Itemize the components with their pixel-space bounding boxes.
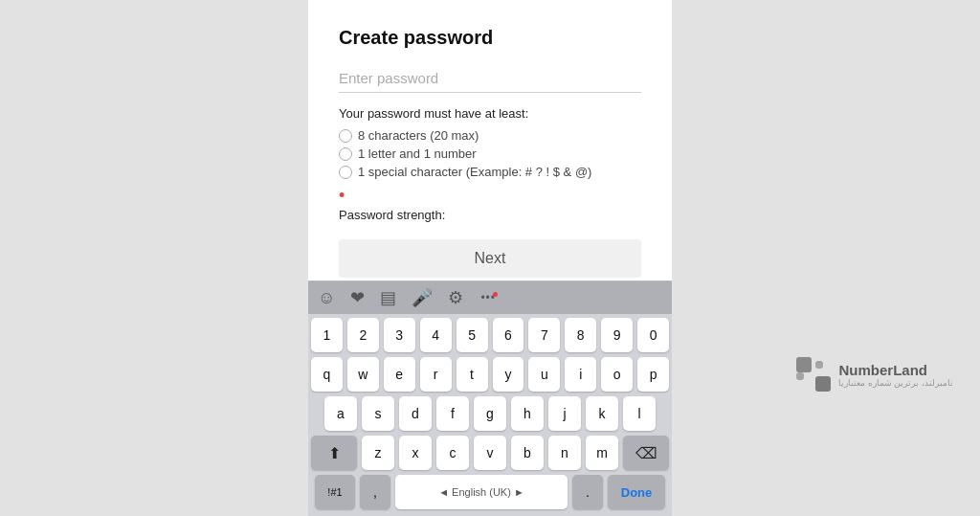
keyboard-rows: 1 2 3 4 5 6 7 8 9 0 q w e r t xyxy=(308,314,672,516)
key-b[interactable]: b xyxy=(511,436,544,470)
requirement-length: 8 characters (20 max) xyxy=(339,128,641,143)
key-3[interactable]: 3 xyxy=(384,318,415,352)
key-v[interactable]: v xyxy=(474,436,506,470)
key-h[interactable]: h xyxy=(511,396,544,431)
period-key[interactable]: . xyxy=(572,475,603,509)
asdf-row: a s d f g h j k l xyxy=(311,396,669,431)
comma-key[interactable]: , xyxy=(360,475,390,509)
sticker-icon[interactable]: ❤ xyxy=(350,287,365,308)
key-f[interactable]: f xyxy=(436,396,469,431)
key-e[interactable]: e xyxy=(384,357,415,392)
requirement-letter-number: 1 letter and 1 number xyxy=(339,146,641,161)
key-n[interactable]: n xyxy=(548,436,581,470)
req-radio-length xyxy=(339,129,352,143)
key-7[interactable]: 7 xyxy=(528,318,560,352)
emoji-icon[interactable]: ☺ xyxy=(318,288,335,308)
symbols-key[interactable]: !#1 xyxy=(315,475,355,509)
req-text-length: 8 characters (20 max) xyxy=(358,128,479,143)
shift-key[interactable]: ⬆ xyxy=(311,436,357,470)
key-p[interactable]: p xyxy=(637,357,669,392)
password-input[interactable] xyxy=(339,66,641,93)
req-text-special: 1 special character (Example: # ? ! $ & … xyxy=(358,165,591,179)
key-9[interactable]: 9 xyxy=(601,318,633,352)
zxcv-row: ⬆ z x c v b n m ⌫ xyxy=(311,436,669,470)
key-z[interactable]: z xyxy=(362,436,394,470)
key-2[interactable]: 2 xyxy=(347,318,379,352)
watermark-logo xyxy=(796,357,831,392)
key-o[interactable]: o xyxy=(601,357,633,392)
key-y[interactable]: y xyxy=(493,357,524,392)
settings-icon[interactable]: ⚙ xyxy=(448,287,463,308)
space-key[interactable]: ◄ English (UK) ► xyxy=(395,475,568,509)
number-row: 1 2 3 4 5 6 7 8 9 0 xyxy=(311,318,669,352)
key-x[interactable]: x xyxy=(399,436,432,470)
key-w[interactable]: w xyxy=(347,357,379,392)
key-i[interactable]: i xyxy=(565,357,596,392)
strength-label: Password strength: xyxy=(339,208,641,222)
key-1[interactable]: 1 xyxy=(311,318,343,352)
more-icon[interactable]: ••• xyxy=(480,291,496,304)
key-d[interactable]: d xyxy=(399,396,432,431)
next-button[interactable]: Next xyxy=(339,239,641,278)
key-m[interactable]: m xyxy=(586,436,618,470)
key-4[interactable]: 4 xyxy=(420,318,452,352)
key-a[interactable]: a xyxy=(324,396,357,431)
key-5[interactable]: 5 xyxy=(457,318,488,352)
watermark-subtitle: نامبرلند، برترین شماره‌ معتباریا xyxy=(838,378,953,388)
key-r[interactable]: r xyxy=(420,357,452,392)
key-8[interactable]: 8 xyxy=(565,318,596,352)
watermark-title: NumberLand xyxy=(838,362,927,378)
requirement-special: 1 special character (Example: # ? ! $ & … xyxy=(339,165,641,179)
modal-title: Create password xyxy=(339,27,641,49)
key-u[interactable]: u xyxy=(528,357,560,392)
key-t[interactable]: t xyxy=(457,357,488,392)
mic-icon[interactable]: 🎤 xyxy=(412,287,433,308)
key-k[interactable]: k xyxy=(586,396,618,431)
page-background: Create password Your password must have … xyxy=(0,0,980,516)
key-c[interactable]: c xyxy=(436,436,469,470)
key-6[interactable]: 6 xyxy=(493,318,524,352)
bottom-row: !#1 , ◄ English (UK) ► . Done xyxy=(311,475,669,509)
qwerty-row: q w e r t y u i o p xyxy=(311,357,669,392)
watermark-text: NumberLand نامبرلند، برترین شماره‌ معتبا… xyxy=(838,362,953,388)
keyboard-toolbar: ☺ ❤ ▤ 🎤 ⚙ ••• xyxy=(308,281,672,314)
key-0[interactable]: 0 xyxy=(637,318,669,352)
key-j[interactable]: j xyxy=(548,396,581,431)
done-key[interactable]: Done xyxy=(608,475,665,509)
key-g[interactable]: g xyxy=(474,396,506,431)
backspace-key[interactable]: ⌫ xyxy=(623,436,669,470)
key-s[interactable]: s xyxy=(362,396,394,431)
watermark: NumberLand نامبرلند، برترین شماره‌ معتبا… xyxy=(796,357,953,392)
key-l[interactable]: l xyxy=(623,396,656,431)
modal-container: Create password Your password must have … xyxy=(308,0,672,516)
keyboard: ☺ ❤ ▤ 🎤 ⚙ ••• 1 2 3 4 5 6 7 8 9 xyxy=(308,280,672,516)
req-text-letter-number: 1 letter and 1 number xyxy=(358,146,477,161)
clipboard-icon[interactable]: ▤ xyxy=(380,287,396,308)
dot-indicator: • xyxy=(339,187,641,204)
req-radio-letter-number xyxy=(339,147,352,161)
requirements-label: Your password must have at least: xyxy=(339,106,641,121)
key-q[interactable]: q xyxy=(311,357,343,392)
req-radio-special xyxy=(339,166,352,179)
